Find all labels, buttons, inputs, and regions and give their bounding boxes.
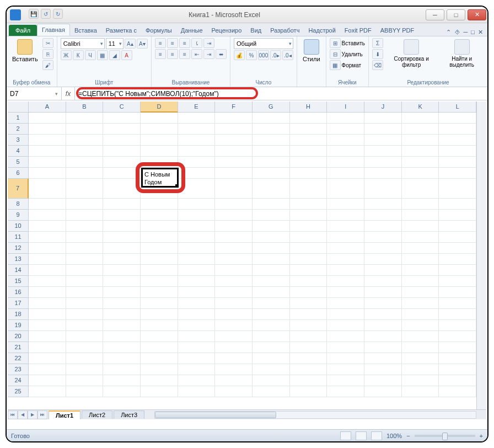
align-bottom[interactable]: ≡ <box>179 38 190 48</box>
cell-C12[interactable] <box>103 243 141 254</box>
cell-J9[interactable] <box>364 210 402 221</box>
cell-D5[interactable] <box>141 157 178 168</box>
currency-button[interactable]: 💰 <box>234 50 245 60</box>
view-pagelayout[interactable] <box>356 431 367 440</box>
row-header-11[interactable]: 11 <box>8 232 29 243</box>
cell-J1[interactable] <box>364 113 402 124</box>
cell-B10[interactable] <box>66 221 104 232</box>
col-header-H[interactable]: H <box>290 102 327 113</box>
cell-G6[interactable] <box>253 168 290 179</box>
cell-J3[interactable] <box>364 135 402 146</box>
qat-redo[interactable]: ↻ <box>53 9 63 19</box>
wrap-text[interactable]: ⇥ <box>203 38 214 48</box>
cell-F24[interactable] <box>215 375 253 386</box>
cell-J14[interactable] <box>364 265 402 276</box>
cell-A8[interactable] <box>29 199 66 210</box>
row-header-13[interactable]: 13 <box>8 254 29 265</box>
cell-A14[interactable] <box>29 265 66 276</box>
cell-F6[interactable] <box>215 168 253 179</box>
cell-D16[interactable] <box>141 287 178 298</box>
cell-G1[interactable] <box>253 113 290 124</box>
cell-L12[interactable] <box>439 243 476 254</box>
cell-B5[interactable] <box>66 157 104 168</box>
fill-color-button[interactable]: ◢ <box>109 50 120 60</box>
cell-L14[interactable] <box>439 265 476 276</box>
italic-button[interactable]: К <box>73 50 84 60</box>
cell-I6[interactable] <box>327 168 364 179</box>
cell-B18[interactable] <box>66 309 104 320</box>
cell-A1[interactable] <box>29 113 66 124</box>
cell-F22[interactable] <box>215 353 253 364</box>
cell-B8[interactable] <box>66 199 104 210</box>
cell-L21[interactable] <box>439 342 476 353</box>
cell-A17[interactable] <box>29 298 66 309</box>
cell-K5[interactable] <box>402 157 439 168</box>
cell-E5[interactable] <box>178 157 216 168</box>
cell-L9[interactable] <box>439 210 476 221</box>
cell-J23[interactable] <box>364 364 402 375</box>
cell-J5[interactable] <box>364 157 402 168</box>
cell-C5[interactable] <box>103 157 141 168</box>
cell-L4[interactable] <box>439 146 476 157</box>
format-cells[interactable]: ▦ <box>330 60 341 70</box>
cell-H14[interactable] <box>290 265 327 276</box>
cell-K7[interactable] <box>402 179 439 199</box>
cell-H15[interactable] <box>290 276 327 287</box>
cell-G14[interactable] <box>253 265 290 276</box>
cell-A18[interactable] <box>29 309 66 320</box>
cell-H17[interactable] <box>290 298 327 309</box>
cell-B21[interactable] <box>66 342 104 353</box>
cell-A19[interactable] <box>29 320 66 331</box>
cell-L2[interactable] <box>439 124 476 135</box>
row-header-5[interactable]: 5 <box>8 157 29 168</box>
cell-I11[interactable] <box>327 232 364 243</box>
cell-J15[interactable] <box>364 276 402 287</box>
cell-K21[interactable] <box>402 342 439 353</box>
cell-E2[interactable] <box>178 124 216 135</box>
cell-E4[interactable] <box>178 146 216 157</box>
tab-developer[interactable]: Разработч <box>266 25 304 36</box>
grow-font[interactable]: A▴ <box>125 39 136 49</box>
cell-H23[interactable] <box>290 364 327 375</box>
horizontal-scrollbar[interactable] <box>154 411 476 419</box>
col-header-C[interactable]: C <box>103 102 141 113</box>
tab-file[interactable]: Файл <box>9 25 37 36</box>
fill-button[interactable]: ⬇ <box>372 49 383 59</box>
cell-B12[interactable] <box>66 243 104 254</box>
cell-B6[interactable] <box>66 168 104 179</box>
cell-H5[interactable] <box>290 157 327 168</box>
cell-J24[interactable] <box>364 375 402 386</box>
cell-C24[interactable] <box>103 375 141 386</box>
cell-C4[interactable] <box>103 146 141 157</box>
cell-G9[interactable] <box>253 210 290 221</box>
cell-C23[interactable] <box>103 364 141 375</box>
cell-I10[interactable] <box>327 221 364 232</box>
cell-A7[interactable] <box>29 179 66 199</box>
name-box[interactable]: D7 <box>7 87 62 100</box>
sheet-tab-1[interactable]: Лист1 <box>49 410 80 419</box>
cell-L20[interactable] <box>439 331 476 342</box>
window-maximize[interactable]: □ <box>447 9 465 20</box>
cell-D15[interactable] <box>141 276 178 287</box>
cell-J18[interactable] <box>364 309 402 320</box>
vertical-scrollbar[interactable] <box>476 102 486 409</box>
cell-A3[interactable] <box>29 135 66 146</box>
cell-H11[interactable] <box>290 232 327 243</box>
cell-F8[interactable] <box>215 199 253 210</box>
cell-E16[interactable] <box>178 287 216 298</box>
inc-decimal[interactable]: .0▸ <box>270 50 281 60</box>
col-header-E[interactable]: E <box>178 102 216 113</box>
cell-I22[interactable] <box>327 353 364 364</box>
view-normal[interactable] <box>340 431 351 440</box>
font-color-button[interactable]: A <box>121 50 132 60</box>
cell-C13[interactable] <box>103 254 141 265</box>
cell-D21[interactable] <box>141 342 178 353</box>
cell-A16[interactable] <box>29 287 66 298</box>
zoom-slider[interactable] <box>415 435 475 437</box>
cell-I23[interactable] <box>327 364 364 375</box>
cell-F19[interactable] <box>215 320 253 331</box>
cell-F10[interactable] <box>215 221 253 232</box>
cell-C15[interactable] <box>103 276 141 287</box>
cell-E22[interactable] <box>178 353 216 364</box>
font-name-combo[interactable]: Calibri <box>61 38 105 49</box>
